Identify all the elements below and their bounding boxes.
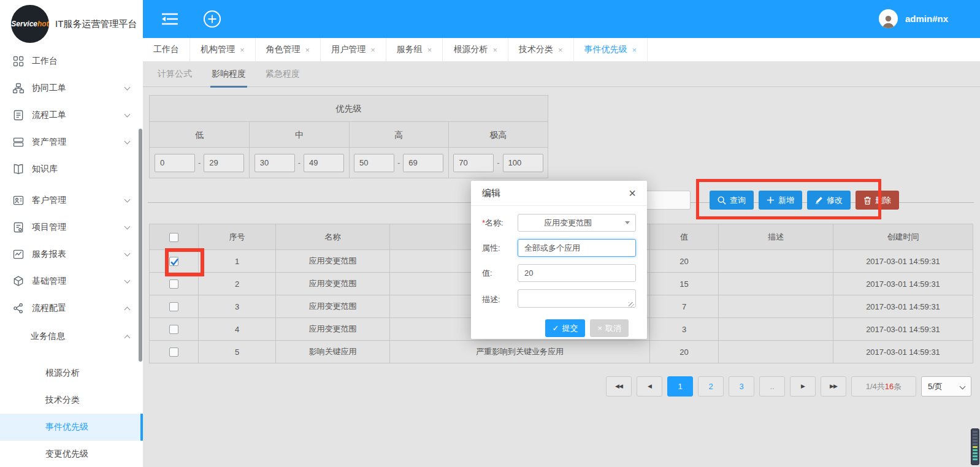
page-button-2[interactable]: 2 xyxy=(698,376,724,397)
main-content: 计算公式 影响程度 紧急程度 优先级 低 中 高 极高 - - - xyxy=(143,61,980,467)
priority-level-low: 低 xyxy=(150,121,249,147)
sidebar-item-change-priority[interactable]: 变更优先级 xyxy=(0,441,143,467)
trash-icon xyxy=(863,196,871,205)
sidebar-item-collab-tickets[interactable]: 协同工单 xyxy=(0,75,143,102)
app-title: IT服务运营管理平台 xyxy=(55,18,137,30)
submit-button[interactable]: ✓提交 xyxy=(545,319,586,337)
sidebar-item-assets[interactable]: 资产管理 xyxy=(0,129,143,156)
critical-min-input[interactable] xyxy=(453,154,494,172)
sidebar-item-root-cause[interactable]: 根源分析 xyxy=(0,360,143,387)
close-icon[interactable]: × xyxy=(427,45,432,55)
col-desc: 描述 xyxy=(719,224,833,250)
user-menu[interactable]: admin#nx xyxy=(879,9,948,28)
add-button[interactable]: 新增 xyxy=(759,191,802,210)
sidebar-item-knowledge-base[interactable]: 知识库 xyxy=(0,156,143,183)
modify-button[interactable]: 修改 xyxy=(807,191,851,210)
priority-level-critical: 极高 xyxy=(448,121,548,147)
servicehot-logo: Servicehot xyxy=(11,5,49,43)
row-checkbox[interactable] xyxy=(169,325,178,334)
row-checkbox[interactable] xyxy=(169,302,178,311)
chevron-down-icon xyxy=(124,278,131,284)
sub-tab-bar: 计算公式 影响程度 紧急程度 xyxy=(143,61,980,87)
doc-icon xyxy=(12,109,25,121)
page-button-1[interactable]: 1 xyxy=(667,376,693,397)
page-size-select[interactable]: 5/页 xyxy=(921,376,971,397)
tab-user-management[interactable]: 用户管理× xyxy=(321,38,386,61)
close-icon[interactable]: × xyxy=(370,45,375,55)
close-icon[interactable]: × xyxy=(305,45,310,55)
close-icon[interactable]: × xyxy=(632,45,637,55)
high-min-input[interactable] xyxy=(354,154,394,172)
medium-max-input[interactable] xyxy=(304,154,344,172)
close-icon[interactable]: × xyxy=(240,45,245,55)
sidebar-item-base-management[interactable]: 基础管理 xyxy=(0,268,143,295)
sidebar-item-tech-category[interactable]: 技术分类 xyxy=(0,387,143,414)
add-circle-icon[interactable] xyxy=(203,10,221,28)
sidebar-item-customers[interactable]: 客户管理 xyxy=(0,187,143,214)
cancel-button[interactable]: ×取消 xyxy=(590,319,629,337)
close-icon[interactable]: × xyxy=(492,45,497,55)
chevron-down-icon xyxy=(124,139,131,145)
row-checkbox-checked[interactable] xyxy=(169,257,178,266)
tab-service-group[interactable]: 服务组× xyxy=(386,38,443,61)
low-min-input[interactable] xyxy=(155,154,195,172)
chevron-down-icon xyxy=(124,85,131,91)
row-checkbox[interactable] xyxy=(169,279,178,289)
low-max-input[interactable] xyxy=(204,154,244,172)
desc-textarea[interactable] xyxy=(518,289,636,308)
tab-org-management[interactable]: 机构管理× xyxy=(190,38,256,61)
toolbar: 查询 新增 修改 删除 xyxy=(710,191,899,210)
share-icon xyxy=(12,302,25,314)
dialog-title: 编辑 xyxy=(482,188,500,199)
sidebar-item-projects[interactable]: 项目管理 xyxy=(0,214,143,241)
sidebar-item-process-tickets[interactable]: 流程工单 xyxy=(0,102,143,129)
next-page-button[interactable]: ▶ xyxy=(790,376,816,397)
sidebar-item-service-reports[interactable]: 服务报表 xyxy=(0,241,143,268)
page-button-3[interactable]: 3 xyxy=(729,376,754,397)
org-icon xyxy=(12,82,25,94)
sidebar-item-process-config[interactable]: 流程配置 xyxy=(0,295,143,322)
search-icon xyxy=(718,196,726,205)
chevron-down-icon xyxy=(124,197,131,203)
avatar xyxy=(879,9,898,28)
tab-role-management[interactable]: 角色管理× xyxy=(256,38,321,61)
chevron-down-icon xyxy=(124,112,131,118)
sidebar-group-business-info[interactable]: 业务信息 xyxy=(0,322,143,351)
cube-icon xyxy=(12,275,25,287)
sidebar-scrollbar[interactable] xyxy=(139,129,142,362)
tab-tech-category[interactable]: 技术分类× xyxy=(508,38,574,61)
delete-button[interactable]: 删除 xyxy=(856,191,899,210)
pagination: ◀◀ ◀ 1 2 3 .. ▶ ▶▶ 1/4共16条 5/页 xyxy=(606,376,971,397)
medium-min-input[interactable] xyxy=(255,154,295,172)
prev-page-button[interactable]: ◀ xyxy=(637,376,662,397)
col-value: 值 xyxy=(650,224,719,250)
col-created: 创建时间 xyxy=(833,224,973,250)
tab-workbench[interactable]: 工作台 xyxy=(143,38,190,61)
critical-max-input[interactable] xyxy=(503,154,543,172)
sidebar-item-incident-priority[interactable]: 事件优先级 xyxy=(0,414,143,441)
row-checkbox[interactable] xyxy=(169,347,178,357)
sidebar: Servicehot IT服务运营管理平台 工作台 协同工单 流程工单 资产管理… xyxy=(0,0,143,467)
close-icon[interactable]: × xyxy=(629,187,636,199)
tab-root-cause[interactable]: 根源分析× xyxy=(443,38,508,61)
first-page-button[interactable]: ◀◀ xyxy=(606,376,632,397)
subtab-impact-level[interactable]: 影响程度 xyxy=(212,69,246,86)
close-icon[interactable]: × xyxy=(558,45,563,55)
select-all-checkbox[interactable] xyxy=(169,233,178,242)
collapse-menu-icon[interactable] xyxy=(161,12,179,26)
high-max-input[interactable] xyxy=(403,154,443,172)
attr-input[interactable] xyxy=(518,239,636,257)
page-ellipsis[interactable]: .. xyxy=(759,376,785,397)
subtab-urgency-level[interactable]: 紧急程度 xyxy=(266,69,300,86)
name-select[interactable]: 应用变更范围 xyxy=(518,214,636,232)
resize-handle[interactable] xyxy=(629,302,634,308)
last-page-button[interactable]: ▶▶ xyxy=(821,376,846,397)
search-button[interactable]: 查询 xyxy=(710,191,754,210)
sidebar-item-workbench[interactable]: 工作台 xyxy=(0,48,143,75)
value-input[interactable] xyxy=(518,264,636,282)
chevron-down-icon xyxy=(124,251,131,257)
subtab-calc-formula[interactable]: 计算公式 xyxy=(158,69,192,86)
tab-incident-priority[interactable]: 事件优先级× xyxy=(574,38,648,61)
value-label: 值: xyxy=(482,268,518,279)
table-row[interactable]: 5 影响关键应用 严重影响到关键业务应用 20 2017-03-01 14:59… xyxy=(150,341,973,363)
